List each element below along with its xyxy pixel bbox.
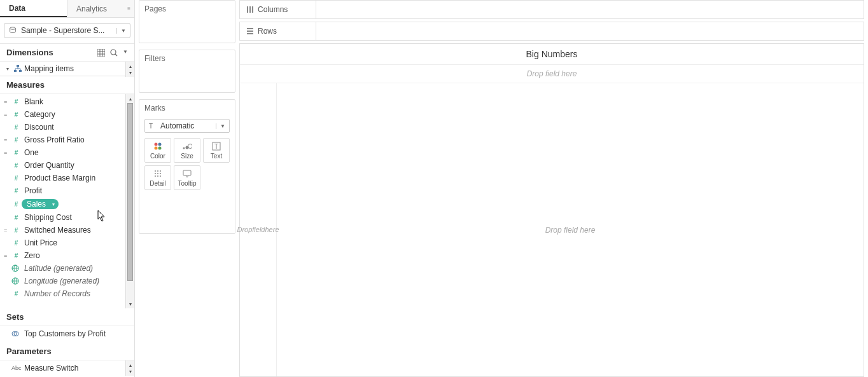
parameters-header: Parameters [0,343,134,360]
set-field[interactable]: Top Customers by Profit [0,327,134,340]
text-button[interactable]: T Text [203,138,230,163]
scroll-down-icon[interactable]: ▾ [126,68,134,77]
rows-icon [246,27,254,35]
measure-field[interactable]: #Product Base Margin [0,172,134,184]
svg-rect-1 [97,49,105,57]
svg-point-37 [160,175,161,177]
hierarchy-icon [14,65,22,72]
row-drop-zone[interactable]: Dropfieldhere [240,83,277,376]
dimensions-label: Dimensions [6,48,53,57]
visualization-area: Big Numbers Drop field here Dropfieldher… [239,43,864,377]
measure-field[interactable]: #Zero [0,249,134,262]
text-icon: T [212,141,221,151]
datasource-icon [8,26,17,35]
field-label: Product Base Margin [24,174,95,182]
number-icon: # [11,227,20,234]
set-icon [11,330,20,338]
svg-text:T: T [149,123,153,130]
parameters-label: Parameters [6,346,52,356]
field-label: Gross Profit Ratio [24,135,85,144]
measure-field[interactable]: #Discount [0,121,134,134]
rows-shelf[interactable]: Rows [239,22,864,41]
tooltip-icon [183,168,192,179]
svg-point-35 [155,175,156,177]
chevron-down-icon: ▼ [116,28,126,34]
measure-field[interactable]: Latitude (generated) [0,262,134,275]
svg-rect-10 [19,70,22,72]
measure-field[interactable]: #Unit Price [0,236,134,249]
number-icon: # [11,214,20,221]
datasource-selector[interactable]: Sample - Superstore S... ▼ [4,23,130,38]
field-label: Switched Measures [24,226,91,235]
svg-point-33 [157,173,158,174]
size-icon [182,141,192,151]
detail-icon [153,168,162,179]
svg-point-29 [155,170,156,172]
dimensions-menu-icon[interactable]: ▼ [123,49,128,57]
globe-icon [11,264,20,272]
scroll-up-icon[interactable]: ▴ [126,94,134,103]
marks-label: Marks [139,100,235,116]
tab-data[interactable]: Data [0,0,67,17]
expand-icon[interactable]: ▾ [6,66,11,72]
svg-point-26 [188,144,193,149]
size-label: Size [181,153,193,160]
measure-field[interactable]: #Shipping Cost [0,211,134,224]
number-icon: # [11,201,20,208]
number-icon: # [11,124,20,131]
sheet-title[interactable]: Big Numbers [240,44,864,64]
pages-shelf[interactable]: Pages [139,0,235,43]
chevron-down-icon[interactable]: ▾ [52,202,55,207]
svg-point-36 [157,175,158,177]
measure-field[interactable]: #Number of Records [0,287,134,300]
main-drop-zone[interactable]: Drop field here [277,83,864,376]
sets-label: Sets [6,312,24,322]
sidebar-tabs: Data Analytics ≡ [0,0,134,18]
svg-point-24 [183,147,185,149]
measures-label: Measures [6,80,45,90]
chevron-down-icon: ▼ [216,123,225,129]
svg-point-34 [160,173,161,174]
svg-line-7 [115,54,117,56]
rows-label: Rows [258,27,277,36]
marks-drop-area[interactable] [139,195,235,233]
marks-card: Marks T Automatic ▼ Color Size [139,99,235,234]
svg-rect-38 [183,170,191,175]
measure-field[interactable]: Longitude (generated) [0,275,134,287]
color-icon [153,141,162,151]
measure-field[interactable]: #Category [0,108,134,121]
tab-analytics[interactable]: Analytics ≡ [67,0,134,17]
field-label: Order Quantity [24,161,74,170]
size-button[interactable]: Size [174,138,200,163]
analytics-menu-icon[interactable]: ≡ [127,6,130,11]
search-icon[interactable] [110,49,118,57]
measure-field[interactable]: #Profit [0,184,134,197]
field-label: Zero [24,251,40,260]
number-icon: # [11,162,20,169]
filters-shelf[interactable]: Filters [139,50,235,93]
measure-field[interactable]: #Sales▾ [0,197,134,211]
svg-rect-41 [252,6,253,13]
measure-field[interactable]: #Blank [0,95,134,108]
mark-type-selector[interactable]: T Automatic ▼ [144,119,230,133]
measure-pill[interactable]: Sales▾ [22,199,59,209]
svg-point-32 [155,173,156,174]
measure-field[interactable]: #Order Quantity [0,159,134,172]
tooltip-button[interactable]: Tooltip [174,165,200,190]
scroll-down-icon[interactable]: ▾ [126,299,134,308]
measure-field[interactable]: #Switched Measures [0,224,134,236]
columns-shelf[interactable]: Columns [239,0,864,19]
scrollbar-thumb[interactable] [127,103,133,281]
measure-field[interactable]: #Gross Profit Ratio [0,134,134,146]
field-label: Number of Records [24,289,90,298]
color-button[interactable]: Color [144,138,171,163]
measure-field[interactable]: #One [0,146,134,159]
dimension-folder-mapping-items[interactable]: ▾ Mapping items ▴ ▾ [0,62,134,76]
view-table-icon[interactable] [97,49,105,57]
svg-point-6 [111,50,116,55]
field-label: Longitude (generated) [24,277,99,285]
parameter-field[interactable]: AbcMeasure Switch [0,362,134,374]
column-drop-zone[interactable]: Drop field here [240,64,864,83]
number-icon: # [11,111,20,118]
detail-button[interactable]: Detail [144,165,171,190]
